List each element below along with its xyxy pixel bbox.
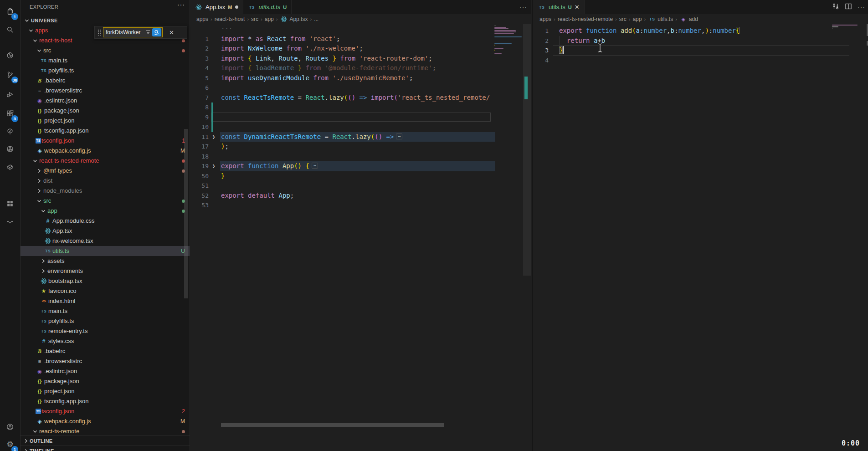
code-line-53[interactable]: 53 xyxy=(190,200,531,210)
tree-folder-src[interactable]: src xyxy=(21,196,190,206)
tree-folder-assets[interactable]: assets xyxy=(21,256,190,266)
tab-app-tsx[interactable]: App.tsxM xyxy=(190,0,243,14)
folded-code-ellipsis[interactable]: ⋯ xyxy=(396,133,402,139)
tree-folder-dist[interactable]: dist xyxy=(21,176,190,186)
activitybar-source-control-graph-icon[interactable] xyxy=(0,47,20,63)
code-line-9[interactable]: 9 xyxy=(190,113,531,123)
tree-folder-node-modules[interactable]: node_modules xyxy=(21,186,190,196)
tree-item-nx-welcome-tsx[interactable]: nx-welcome.tsx xyxy=(21,236,190,246)
breadcrumb-src[interactable]: src xyxy=(251,16,258,22)
code-line-1[interactable]: 1export function add(a:number,b:number,)… xyxy=(533,26,868,36)
tree-item-browserslistrc[interactable]: ≡.browserslistrc xyxy=(21,86,190,96)
activitybar-settings-icon[interactable]: ⚙1 xyxy=(0,436,20,451)
find-query-text[interactable]: forkDtsWorker xyxy=(106,29,144,36)
sidebar-scrollbar[interactable] xyxy=(184,129,188,298)
activitybar-search-icon[interactable] xyxy=(0,22,20,37)
breadcrumb-react-ts-nested-remote[interactable]: react-ts-nested-remote xyxy=(558,16,613,22)
code-line-50[interactable]: 50} xyxy=(190,171,531,181)
folded-code-ellipsis[interactable]: ⋯ xyxy=(312,163,318,169)
breadcrumb-src[interactable]: src xyxy=(619,16,627,22)
tree-item-polyfills-ts[interactable]: TSpolyfills.ts xyxy=(21,316,190,326)
tree-item-webpack-config-js[interactable]: ◈webpack.config.jsM xyxy=(21,416,190,426)
dirty-indicator-icon[interactable] xyxy=(235,5,238,9)
breadcrumb-app[interactable]: app xyxy=(265,16,274,22)
overview-ruler-right[interactable] xyxy=(866,18,868,109)
tree-item-browserslistrc[interactable]: ≡.browserslistrc xyxy=(21,356,190,366)
tree-item-polyfills-ts[interactable]: TSpolyfills.ts xyxy=(21,66,190,76)
activitybar-explorer-icon[interactable]: 1 xyxy=(0,4,20,19)
tree-item-main-ts[interactable]: TSmain.ts xyxy=(21,306,190,316)
tree-item-app-tsx[interactable]: App.tsx xyxy=(21,226,190,236)
code-line-11[interactable]: 11❯const DynamicReactTsRemote = React.la… xyxy=(190,132,531,142)
activitybar-nx-console-icon[interactable] xyxy=(0,159,20,175)
filter-icon[interactable] xyxy=(145,30,151,35)
tree-item-styles-css[interactable]: #styles.css xyxy=(21,336,190,346)
tab-utils-d-ts[interactable]: TSutils.d.tsU xyxy=(243,0,292,14)
code-line-8[interactable]: 8 xyxy=(190,102,531,113)
close-icon[interactable]: ✕ xyxy=(575,4,580,10)
scrollbar-thumb[interactable] xyxy=(523,24,531,276)
sidebar-more-icon[interactable]: ··· xyxy=(177,1,185,8)
activitybar-panel-grid-icon[interactable] xyxy=(0,196,20,211)
tree-item-eslintrc-json[interactable]: ◉.eslintrc.json xyxy=(21,366,190,376)
code-line-5[interactable]: 5import useDynamicModule from './useDyna… xyxy=(190,73,531,83)
code-line-2[interactable]: 2 return a+b xyxy=(533,36,868,46)
code-line-3[interactable]: 3import { Link, Route, Routes } from 're… xyxy=(190,54,531,64)
breadcrumb-apps[interactable]: apps xyxy=(539,16,551,22)
tree-find-input[interactable]: forkDtsWorker xyxy=(103,27,163,37)
open-changes-icon[interactable] xyxy=(832,3,839,11)
tree-item-eslintrc-json[interactable]: ◉.eslintrc.json xyxy=(21,96,190,106)
activitybar-run-and-debug-icon[interactable] xyxy=(0,87,20,102)
split-editor-icon[interactable] xyxy=(845,3,852,11)
fold-chevron-icon[interactable]: ❯ xyxy=(210,161,217,171)
sidebar-section-outline[interactable]: OUTLINE xyxy=(21,436,190,446)
tree-item-tsconfig-json[interactable]: TStsconfig.json1 xyxy=(21,136,190,146)
tree-item-app-module-css[interactable]: #App.module.css xyxy=(21,216,190,226)
tree-item-tsconfig-json[interactable]: TStsconfig.json2 xyxy=(21,406,190,416)
breadcrumb-app-tsx[interactable]: App.tsx xyxy=(280,16,308,22)
breadcrumb-apps[interactable]: apps xyxy=(196,16,208,22)
fold-chevron-icon[interactable]: ❯ xyxy=(210,132,217,142)
code-line-6[interactable]: 6 xyxy=(190,83,531,93)
code-line-3[interactable]: 3} xyxy=(533,46,868,56)
code-line-7[interactable]: 7const ReactTsRemote = React.lazy(() => … xyxy=(190,93,531,103)
code-line-51[interactable]: 51 xyxy=(190,181,531,191)
tree-folder-src[interactable]: src xyxy=(21,46,190,56)
fuzzy-search-button[interactable] xyxy=(152,28,161,36)
drag-handle-icon[interactable] xyxy=(98,29,101,36)
overview-ruler-left[interactable] xyxy=(523,24,531,447)
tree-item-project-json[interactable]: {}project.json xyxy=(21,386,190,396)
code-left[interactable]: ···1import * as React from 'react';2impo… xyxy=(190,24,531,210)
tree-item-index-html[interactable]: <>index.html xyxy=(21,296,190,306)
tree-folder-app[interactable]: app xyxy=(21,206,190,216)
tree-item-package-json[interactable]: {}package.json xyxy=(21,106,190,116)
more-actions-icon[interactable]: ··· xyxy=(519,4,527,11)
tree-item-webpack-config-js[interactable]: ◈webpack.config.jsM xyxy=(21,146,190,156)
tree-item-babelrc[interactable]: B.babelrc xyxy=(21,76,190,86)
tab-utils-ts[interactable]: TSutils.tsU✕ xyxy=(533,0,585,14)
tree-folder-react-ts-remote[interactable]: react-ts-remote xyxy=(21,426,190,436)
breadcrumb-utils-ts[interactable]: TSutils.ts xyxy=(648,16,673,22)
activitybar-extensions-icon[interactable]: 3 xyxy=(0,106,20,121)
tree-item-utils-ts[interactable]: TSutils.tsU xyxy=(21,246,190,256)
code-line-4[interactable]: 4import { loadRemote } from '@module-fed… xyxy=(190,63,531,73)
horizontal-scrollbar[interactable] xyxy=(221,423,444,427)
code-line-18[interactable]: 18 xyxy=(190,152,531,162)
code-line[interactable]: ··· xyxy=(190,24,531,34)
code-line-1[interactable]: 1import * as React from 'react'; xyxy=(190,34,531,44)
activitybar-project-tree-icon[interactable] xyxy=(0,124,20,139)
breadcrumb-add[interactable]: ◈add xyxy=(679,16,698,22)
tree-folder-react-ts-nested-remote[interactable]: react-ts-nested-remote xyxy=(21,156,190,166)
breadcrumb-react-ts-host[interactable]: react-ts-host xyxy=(215,16,245,22)
activitybar-accounts-icon[interactable] xyxy=(0,419,20,435)
tree-folder-mf-types[interactable]: @mf-types xyxy=(21,166,190,176)
code-right[interactable]: 1export function add(a:number,b:number,)… xyxy=(533,26,868,65)
code-line-10[interactable]: 10 xyxy=(190,122,531,132)
code-line-52[interactable]: 52export default App; xyxy=(190,191,531,201)
tree-item-babelrc[interactable]: B.babelrc xyxy=(21,346,190,356)
activitybar-gitlens-icon[interactable] xyxy=(0,141,20,157)
tree-item-remote-entry-ts[interactable]: TSremote-entry.ts xyxy=(21,326,190,336)
sidebar-section-timeline[interactable]: TIMELINE xyxy=(21,446,190,451)
tree-item-bootstrap-tsx[interactable]: bootstrap.tsx xyxy=(21,276,190,286)
tree-item-favicon-ico[interactable]: ★favicon.ico xyxy=(21,286,190,296)
